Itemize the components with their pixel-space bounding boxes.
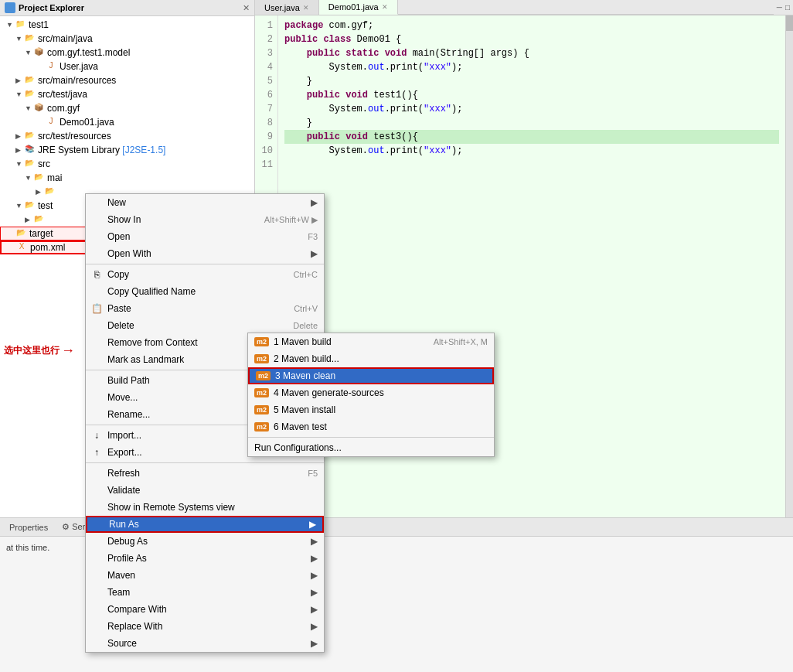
- code-line-6: }: [284, 74, 779, 88]
- code-line-7: public void test1(){: [284, 88, 779, 102]
- code-line-9: }: [284, 116, 779, 130]
- submenu-item-run-configs[interactable]: Run Configurations...: [248, 439, 494, 456]
- tree-item-src-test-java[interactable]: ▼ 📂 src/test/java: [0, 87, 254, 101]
- shortcut-label: Alt+Shift+X, M: [434, 337, 488, 346]
- shortcut-label: F5: [308, 469, 318, 478]
- menu-item-paste[interactable]: 📋 Paste Ctrl+V: [86, 300, 324, 317]
- menu-label: Remove from Context: [107, 337, 198, 348]
- menu-label: Show In: [107, 214, 141, 225]
- shortcut-label: F3: [308, 232, 318, 241]
- expand-arrow: ▼: [15, 202, 23, 210]
- menu-item-team[interactable]: Team ▶: [86, 584, 324, 601]
- menu-item-run-as[interactable]: Run As ▶: [86, 516, 324, 533]
- scrollbar[interactable]: [785, 15, 793, 517]
- menu-label: Rename...: [107, 409, 150, 420]
- submenu-arrow-icon: ▶: [311, 197, 318, 208]
- menu-label: Copy Qualified Name: [107, 286, 196, 297]
- shortcut-label: Ctrl+C: [294, 270, 318, 279]
- submenu-arrow-icon: ▶: [311, 587, 318, 598]
- menu-item-refresh[interactable]: Refresh F5: [86, 465, 324, 482]
- folder-icon: 📂: [23, 200, 36, 211]
- tree-item-demo01-java[interactable]: J Demo01.java: [0, 115, 254, 129]
- submenu-item-maven-build[interactable]: m2 1 Maven build Alt+Shift+X, M: [248, 333, 494, 350]
- code-line-4: public static void main(String[] args) {: [284, 46, 779, 60]
- menu-item-maven[interactable]: Maven ▶: [86, 567, 324, 584]
- expand-arrow: ▼: [25, 174, 32, 182]
- close-button[interactable]: ✕: [243, 3, 250, 13]
- min-button[interactable]: ─: [777, 3, 782, 12]
- menu-item-source[interactable]: Source ▶: [86, 635, 324, 652]
- m2-badge: m2: [254, 337, 269, 346]
- menu-item-validate[interactable]: Validate: [86, 482, 324, 499]
- folder-icon: 📂: [23, 89, 36, 100]
- tab-close-icon[interactable]: ✕: [382, 3, 388, 11]
- menu-item-profile-as[interactable]: Profile As ▶: [86, 550, 324, 567]
- menu-item-copy[interactable]: ⎘ Copy Ctrl+C: [86, 266, 324, 283]
- run-as-submenu: m2 1 Maven build Alt+Shift+X, M m2 2 Mav…: [247, 333, 495, 457]
- java-file-icon: J: [45, 117, 57, 128]
- tree-label: JRE System Library [J2SE-1.5]: [38, 145, 165, 155]
- submenu-label: 3 Maven clean: [275, 370, 335, 381]
- submenu-arrow-icon: ▶: [309, 519, 316, 530]
- menu-item-copy-qualified[interactable]: Copy Qualified Name: [86, 283, 324, 300]
- paste-icon: 📋: [90, 302, 103, 315]
- menu-label: Move...: [107, 392, 138, 403]
- shortcut-label: Delete: [293, 321, 318, 330]
- max-button[interactable]: □: [785, 3, 790, 12]
- menu-item-replace-with[interactable]: Replace With ▶: [86, 618, 324, 635]
- tree-item-com-gyf[interactable]: ▼ 📦 com.gyf: [0, 101, 254, 115]
- menu-item-new[interactable]: New ▶: [86, 194, 324, 211]
- tree-item-test1[interactable]: ▼ 📁 test1: [0, 18, 254, 32]
- scrollbar-thumb[interactable]: [786, 15, 793, 31]
- submenu-item-maven-test[interactable]: m2 6 Maven test: [248, 418, 494, 435]
- expand-arrow: ▼: [25, 49, 32, 56]
- tree-item-src[interactable]: ▼ 📂 src: [0, 157, 254, 171]
- project-icon: [5, 2, 15, 13]
- submenu-item-maven-build2[interactable]: m2 2 Maven build...: [248, 350, 494, 367]
- tree-label: com.gyf: [47, 103, 80, 114]
- menu-label: Open With: [107, 248, 151, 259]
- tree-item-jre[interactable]: ▶ 📚 JRE System Library [J2SE-1.5]: [0, 143, 254, 157]
- tab-close-icon[interactable]: ✕: [303, 4, 309, 12]
- package-icon: 📦: [32, 103, 45, 114]
- tree-item-mai[interactable]: ▼ 📂 mai: [0, 171, 254, 185]
- m2-badge: m2: [256, 371, 271, 380]
- menu-label: Run As: [109, 519, 139, 530]
- tree-label: pom.xml: [30, 242, 65, 253]
- expand-arrow: ▶: [36, 188, 43, 196]
- menu-label: Show in Remote Systems view: [107, 502, 235, 513]
- menu-item-compare-with[interactable]: Compare With ▶: [86, 601, 324, 618]
- submenu-item-maven-clean[interactable]: m2 3 Maven clean: [248, 367, 494, 384]
- menu-label: Refresh: [107, 468, 140, 479]
- m2-badge: m2: [254, 422, 269, 432]
- bottom-text: at this time.: [6, 543, 49, 552]
- menu-label: Compare With: [107, 604, 167, 615]
- code-line-10: public void test3(){: [284, 130, 779, 144]
- menu-item-delete[interactable]: Delete Delete: [86, 317, 324, 334]
- tree-item-user-java[interactable]: J User.java: [0, 60, 254, 73]
- tree-item-com-gyf-model[interactable]: ▼ 📦 com.gyf.test1.model: [0, 46, 254, 60]
- code-line-11: System.out.print("xxx");: [284, 144, 779, 158]
- tab-demo01-java[interactable]: Demo01.java ✕: [319, 0, 398, 15]
- expand-arrow: ▶: [15, 132, 23, 140]
- submenu-arrow-icon: ▶: [311, 621, 318, 632]
- menu-label: Source: [107, 638, 137, 649]
- annotation: 选中这里也行 →: [4, 343, 75, 359]
- tree-item-src-test-resources[interactable]: ▶ 📂 src/test/resources: [0, 129, 254, 143]
- menu-item-show-remote[interactable]: Show in Remote Systems view: [86, 499, 324, 516]
- menu-label: Debug As: [107, 536, 148, 547]
- tree-label: src: [38, 159, 50, 169]
- menu-item-open-with[interactable]: Open With ▶: [86, 245, 324, 262]
- menu-separator-1: [86, 264, 324, 264]
- tree-item-src-main-java[interactable]: ▼ 📂 src/main/java: [0, 32, 254, 46]
- menu-item-show-in[interactable]: Show In Alt+Shift+W ▶: [86, 211, 324, 228]
- menu-item-open[interactable]: Open F3: [86, 228, 324, 245]
- tab-properties[interactable]: Properties: [3, 521, 54, 534]
- submenu-item-maven-install[interactable]: m2 5 Maven install: [248, 401, 494, 418]
- annotation-arrow: →: [61, 343, 75, 359]
- submenu-item-maven-generate[interactable]: m2 4 Maven generate-sources: [248, 384, 494, 401]
- tree-item-src-main-resources[interactable]: ▶ 📂 src/main/resources: [0, 73, 254, 87]
- menu-item-debug-as[interactable]: Debug As ▶: [86, 533, 324, 550]
- expand-arrow: ▶: [25, 216, 32, 223]
- tab-user-java[interactable]: User.java ✕: [255, 0, 319, 15]
